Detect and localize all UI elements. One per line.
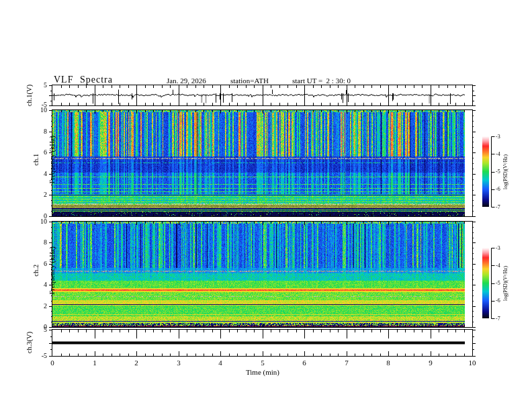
y-tick-label: 10 — [30, 218, 47, 225]
y-tick-label: 10 — [30, 106, 47, 113]
ch1-spectrogram-panel — [52, 109, 473, 217]
y-tick-label: 6 — [30, 260, 47, 267]
plot-title: VLF Spectra — [54, 75, 113, 85]
ch1-spectrogram-canvas — [52, 110, 472, 216]
y-tick-label: 2 — [30, 302, 47, 310]
colorbar-ch1-title: log(PSD)(V²/Hz) — [502, 132, 509, 212]
y-tick-label: 4 — [30, 170, 47, 177]
y-tick-label: 5 — [30, 81, 47, 89]
station-label: station=ATH — [230, 77, 269, 85]
start-ut-label: start UT = 2 : 30: 0 — [292, 77, 351, 85]
x-tick-label: 8 — [380, 359, 397, 367]
colorbar-ch2-gradient — [482, 248, 489, 318]
x-tick-label: 6 — [296, 359, 313, 367]
ch1-waveform-panel — [52, 85, 473, 106]
x-tick-label: 2 — [128, 359, 145, 367]
y-tick-label: 8 — [30, 128, 47, 135]
x-tick-label: 0 — [44, 359, 61, 367]
x-tick-label: 9 — [422, 359, 439, 367]
ch3-waveform-panel — [52, 329, 473, 357]
x-tick-label: 7 — [338, 359, 355, 367]
date-label: Jan. 29, 2026 — [167, 77, 206, 85]
colorbar-ch2-title: log(PSD)(V²/Hz) — [502, 243, 509, 324]
ch2-spectrogram-panel — [52, 221, 473, 328]
colorbar-ch1-gradient — [482, 136, 489, 207]
x-tick-label: 10 — [463, 359, 481, 367]
x-tick-label: 5 — [254, 359, 271, 367]
y-tick-label: 2 — [30, 191, 47, 198]
time-axis-label: Time (min) — [235, 368, 290, 376]
ch3-wave-ylabel: ch.3(V) — [26, 295, 35, 390]
ch2-spectrogram-canvas — [52, 222, 472, 327]
ch1-waveform-canvas — [52, 85, 472, 105]
y-tick-label: 8 — [30, 238, 47, 246]
ch3-waveform-canvas — [52, 330, 472, 356]
y-tick-label: 4 — [30, 281, 47, 288]
x-tick-label: 4 — [212, 359, 229, 367]
ch2-spec-frequency-label: Frequency (kHz) — [48, 246, 56, 294]
y-tick-label: 6 — [30, 148, 47, 156]
y-tick-label: 5 — [30, 326, 47, 333]
x-tick-label: 1 — [86, 359, 103, 367]
x-tick-label: 3 — [170, 359, 187, 367]
vlf-spectra-figure: VLF Spectra Jan. 29, 2026 station=ATH st… — [0, 0, 532, 411]
ch1-spec-frequency-label: Frequency (kHz) — [48, 136, 56, 183]
